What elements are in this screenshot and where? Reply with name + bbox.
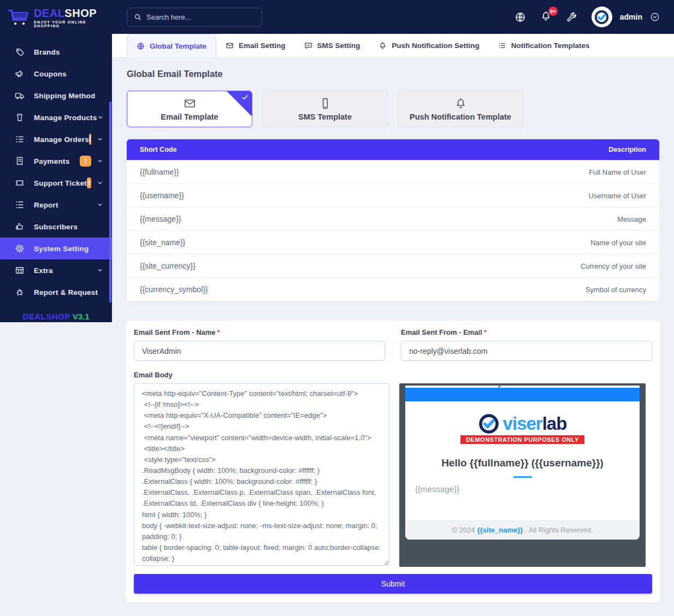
globe-icon: [137, 42, 145, 50]
email-body-textarea[interactable]: <meta http-equiv="Content-Type" content=…: [134, 383, 389, 566]
megaphone-icon: [15, 69, 25, 79]
email-from-name-field[interactable]: [134, 341, 385, 361]
tab-push-notification-setting[interactable]: Push Notification Setting: [369, 34, 489, 57]
envelope-icon: [226, 42, 234, 50]
table-row: {{currency_symbol}} Symbol of currency: [127, 277, 659, 301]
sidebar-item-support-ticket[interactable]: Support Ticket !: [0, 172, 112, 194]
gear-icon: [15, 244, 25, 253]
sidebar-menu: Brands Coupons Shipping Method Manage Pr…: [0, 41, 112, 303]
alert-badge: !: [87, 177, 91, 188]
name-field-label: Email Sent From - Name*: [134, 328, 385, 336]
shortcode-description: Name of your site: [590, 239, 646, 247]
app-logo[interactable]: DEALSHOP ENJOY YOUR ONLINE SHOPPING: [0, 0, 112, 34]
sidebar-item-manage-products[interactable]: Manage Products: [0, 106, 112, 128]
email-field-label: Email Sent From - Email*: [401, 328, 652, 336]
shortcode-value: {{site_currency}}: [140, 262, 196, 270]
tab-sms-setting[interactable]: SMS Setting: [295, 34, 370, 57]
email-from-email-field[interactable]: [401, 341, 652, 361]
sidebar-item-coupons[interactable]: Coupons: [0, 63, 112, 85]
column-short-code: Short Code: [140, 146, 176, 153]
tag-icon: [15, 47, 25, 57]
user-menu-chevron-icon[interactable]: [650, 12, 660, 22]
viserlab-logo: viserlab: [405, 413, 640, 434]
sidebar-item-report-request[interactable]: Report & Request: [0, 281, 112, 303]
email-template-card[interactable]: Email Template: [127, 91, 252, 127]
sidebar-item-label: Shipping Method: [34, 92, 95, 100]
topbar-actions: 9+ admin: [515, 7, 660, 27]
sidebar-item-system-setting[interactable]: System Setting: [0, 238, 112, 259]
sidebar-item-subscribers[interactable]: Subscribers: [0, 216, 112, 238]
alert-badge: !: [89, 134, 91, 145]
chat-icon: [304, 42, 312, 50]
tab-global-template[interactable]: Global Template: [127, 34, 216, 58]
tab-label: SMS Setting: [317, 42, 360, 50]
sidebar-item-label: Report: [34, 201, 58, 209]
thumbs-up-icon: [15, 222, 25, 232]
tab-label: Email Setting: [239, 42, 286, 50]
shortcode-value: {{fullname}}: [140, 168, 179, 176]
viserlab-check-icon: [594, 10, 609, 25]
tab-label: Notification Templates: [511, 42, 590, 50]
orders-icon: [15, 134, 25, 144]
topbar: 9+ admin: [112, 0, 674, 34]
tab-notification-templates[interactable]: Notification Templates: [489, 34, 599, 57]
notifications-button[interactable]: 9+: [540, 10, 552, 24]
wrench-icon[interactable]: [566, 11, 577, 23]
sidebar: DEALSHOP ENJOY YOUR ONLINE SHOPPING Bran…: [0, 0, 112, 322]
template-type-cards: Email Template SMS Template Push Notific…: [127, 91, 659, 127]
table-row: {{site_name}} Name of your site: [127, 230, 659, 254]
template-card-label: SMS Template: [298, 112, 352, 121]
app-version: DEALSHOPV3.1: [0, 312, 112, 321]
page: DEALSHOP ENJOY YOUR ONLINE SHOPPING Bran…: [0, 0, 674, 616]
shortcode-description: Username of User: [589, 192, 646, 200]
email-body-label: Email Body: [134, 371, 652, 379]
email-preview-document: This is a System Generated Email... vise…: [405, 386, 640, 540]
sidebar-item-label: Manage Orders: [34, 135, 89, 144]
shortcode-description: Currency of your site: [581, 262, 646, 270]
report-icon: [15, 200, 25, 210]
tab-label: Push Notification Setting: [392, 42, 480, 50]
push-notification-template-card[interactable]: Push Notification Template: [398, 91, 523, 127]
preview-header-bar: [405, 388, 640, 401]
required-mark: *: [484, 328, 487, 336]
search-box: [127, 8, 262, 27]
demo-banner: DEMONSTRATION PURPOSES ONLY: [460, 435, 584, 444]
sidebar-item-extra[interactable]: Extra: [0, 259, 112, 281]
shortcode-value: {{username}}: [140, 191, 184, 200]
truck-icon: [15, 91, 25, 100]
globe-icon[interactable]: [515, 11, 526, 23]
template-card-label: Push Notification Template: [410, 112, 511, 121]
bug-icon: [15, 287, 25, 297]
chevron-down-icon: [97, 180, 103, 186]
settings-tabs: Global Template Email Setting SMS Settin…: [112, 34, 674, 58]
tab-email-setting[interactable]: Email Setting: [216, 34, 295, 57]
sidebar-item-report[interactable]: Report: [0, 194, 112, 216]
sidebar-item-label: Subscribers: [34, 223, 78, 231]
viserlab-check-icon: [478, 413, 499, 434]
page-title: Global Email Template: [127, 69, 674, 79]
brand-tagline: ENJOY YOUR ONLINE SHOPPING: [34, 20, 107, 28]
avatar[interactable]: [592, 7, 612, 27]
invoice-icon: [15, 156, 25, 166]
template-card-label: Email Template: [161, 112, 218, 121]
shortcode-value: {{message}}: [140, 215, 181, 223]
sidebar-item-manage-orders[interactable]: Manage Orders !: [0, 128, 112, 150]
bell-icon: [454, 97, 467, 110]
sms-template-card[interactable]: SMS Template: [262, 91, 388, 127]
sidebar-item-payments[interactable]: Payments !: [0, 150, 112, 172]
preview-site-name: {{site_name}}: [477, 526, 523, 534]
submit-button[interactable]: Submit: [134, 574, 652, 594]
envelope-icon: [184, 97, 196, 110]
sidebar-item-label: Brands: [34, 48, 60, 56]
sidebar-item-shipping-method[interactable]: Shipping Method: [0, 85, 112, 106]
check-icon: [241, 94, 249, 101]
sidebar-item-label: System Setting: [34, 245, 88, 253]
shortcode-description: Message: [617, 215, 646, 223]
chevron-down-icon: [97, 136, 103, 143]
search-input[interactable]: [146, 13, 245, 21]
search-icon: [134, 13, 141, 21]
sidebar-item-brands[interactable]: Brands: [0, 41, 112, 63]
chevron-down-icon: [97, 267, 103, 274]
sidebar-item-label: Manage Products: [34, 114, 97, 122]
sidebar-scrollbar[interactable]: [109, 102, 111, 303]
